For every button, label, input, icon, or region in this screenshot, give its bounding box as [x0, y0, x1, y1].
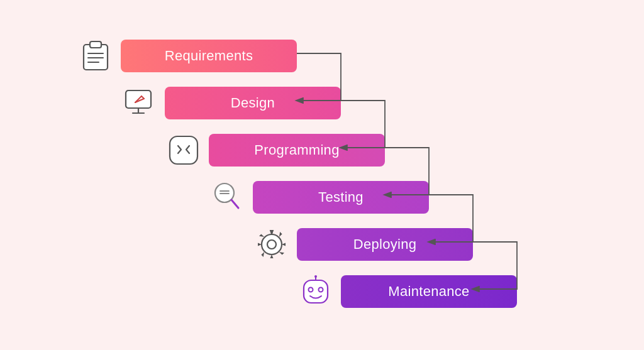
- step-row-3: Programming: [165, 131, 385, 169]
- svg-point-19: [309, 287, 313, 292]
- svg-rect-1: [90, 41, 101, 48]
- svg-line-15: [231, 200, 238, 208]
- svg-rect-18: [304, 280, 328, 303]
- diagram-container: Requirements Design: [52, 18, 592, 332]
- robot-icon: [297, 273, 335, 310]
- step-row-2: Design: [121, 84, 341, 122]
- code-icon: [165, 131, 203, 169]
- deploying-box: Deploying: [297, 228, 473, 261]
- step-row-4: Testing: [209, 178, 429, 216]
- maintenance-box: Maintenance: [341, 275, 517, 308]
- step-row-6: Maintenance: [297, 273, 517, 310]
- gear-icon: [253, 226, 291, 263]
- svg-rect-11: [170, 136, 197, 164]
- monitor-pen-icon: [121, 84, 158, 122]
- programming-box: Programming: [209, 134, 385, 167]
- svg-point-17: [267, 240, 276, 249]
- magnify-icon: [209, 178, 247, 216]
- clipboard-icon: [77, 37, 114, 75]
- svg-point-20: [319, 287, 323, 292]
- requirements-box: Requirements: [121, 40, 297, 72]
- testing-box: Testing: [253, 181, 429, 214]
- design-box: Design: [165, 87, 341, 119]
- step-row-1: Requirements: [77, 37, 297, 75]
- step-row-5: Deploying: [253, 226, 473, 263]
- svg-point-22: [314, 275, 317, 278]
